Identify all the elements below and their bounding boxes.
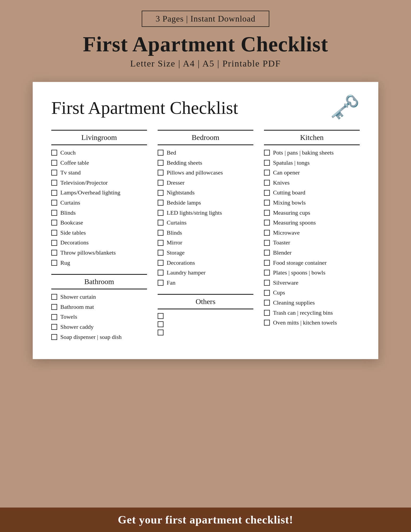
checkbox[interactable] — [51, 324, 57, 330]
list-item: Microwave — [264, 229, 360, 237]
item-label: Cutting board — [273, 189, 305, 197]
list-item: Can opener — [264, 169, 360, 177]
checkbox[interactable] — [264, 150, 270, 156]
paper: First Apartment Checklist 🗝️ Livingroom … — [33, 82, 378, 359]
checkbox[interactable] — [51, 200, 57, 206]
list-item: Lamps/Overhead lighting — [51, 189, 147, 197]
checkbox[interactable] — [158, 150, 163, 156]
kitchen-title: Kitchen — [264, 132, 360, 143]
checkbox[interactable] — [264, 220, 270, 226]
checkbox[interactable] — [51, 180, 57, 186]
checkbox[interactable] — [264, 250, 270, 256]
list-item: Dresser — [158, 179, 253, 187]
item-label: Throw pillows/blankets — [60, 249, 116, 257]
column-3: Kitchen Pots | pans | baking sheets Spat… — [259, 130, 360, 343]
checkbox[interactable] — [264, 270, 270, 276]
checkbox[interactable] — [264, 230, 270, 236]
checkbox[interactable] — [158, 313, 163, 319]
checkbox[interactable] — [264, 190, 270, 196]
list-item: Soap dispenser | soap dish — [51, 333, 147, 341]
others-title: Others — [158, 296, 253, 307]
checkbox[interactable] — [51, 150, 57, 156]
checkbox[interactable] — [158, 280, 163, 286]
list-item: Fan — [158, 279, 253, 287]
checkbox[interactable] — [158, 160, 163, 166]
list-item: Television/Projector — [51, 179, 147, 187]
list-item: Throw pillows/blankets — [51, 249, 147, 257]
item-label: Towels — [60, 313, 77, 321]
checkbox[interactable] — [158, 321, 163, 327]
checkbox[interactable] — [51, 260, 57, 266]
checkbox[interactable] — [51, 294, 57, 300]
checkbox[interactable] — [264, 290, 270, 296]
checkbox[interactable] — [158, 200, 163, 206]
checkbox[interactable] — [264, 310, 270, 316]
checkbox[interactable] — [51, 160, 57, 166]
checkbox[interactable] — [51, 170, 57, 176]
item-label: Shower curtain — [60, 293, 96, 301]
list-item: Blinds — [158, 229, 253, 237]
bathroom-header: Bathroom — [51, 274, 147, 289]
checkbox[interactable] — [158, 330, 163, 335]
item-label: Soap dispenser | soap dish — [60, 333, 122, 341]
checkbox[interactable] — [51, 220, 57, 226]
checkbox[interactable] — [158, 230, 163, 236]
item-label: Decorations — [167, 259, 195, 267]
checkbox[interactable] — [264, 260, 270, 266]
bottom-bar[interactable]: Get your first apartment checklist! — [0, 508, 411, 532]
checkbox[interactable] — [264, 320, 270, 326]
checkbox[interactable] — [51, 240, 57, 246]
checkbox[interactable] — [264, 200, 270, 206]
top-banner: 3 Pages | Instant Download — [142, 11, 269, 27]
item-label: LED lights/string lights — [167, 209, 222, 217]
keys-icon: 🗝️ — [330, 95, 360, 119]
livingroom-divider-bottom — [51, 144, 147, 145]
item-label: Decorations — [60, 239, 89, 247]
list-item: Tv stand — [51, 169, 147, 177]
list-item: Knives — [264, 179, 360, 187]
list-item: Cups — [264, 289, 360, 297]
checkbox[interactable] — [51, 210, 57, 216]
item-label: Plates | spoons | bowls — [273, 269, 325, 277]
list-item: Decorations — [51, 239, 147, 247]
checkbox[interactable] — [158, 240, 163, 246]
checkbox[interactable] — [158, 250, 163, 256]
list-item: Spatulas | tongs — [264, 159, 360, 167]
list-item: Towels — [51, 313, 147, 321]
bottom-bar-text: Get your first apartment checklist! — [118, 514, 293, 526]
checkbox[interactable] — [264, 160, 270, 166]
checkbox[interactable] — [264, 240, 270, 246]
list-item: Laundry hamper — [158, 269, 253, 277]
checkbox[interactable] — [51, 230, 57, 236]
item-label: Laundry hamper — [167, 269, 206, 277]
list-item: Bookcase — [51, 219, 147, 227]
checkbox[interactable] — [51, 334, 57, 340]
checkbox[interactable] — [158, 190, 163, 196]
checkbox[interactable] — [51, 250, 57, 256]
checkbox[interactable] — [264, 170, 270, 176]
item-label: Bed — [167, 149, 176, 157]
checkbox[interactable] — [51, 314, 57, 320]
checkbox[interactable] — [158, 220, 163, 226]
checkbox[interactable] — [158, 210, 163, 216]
item-label: Television/Projector — [60, 179, 108, 187]
checkbox[interactable] — [264, 210, 270, 216]
checkbox[interactable] — [264, 180, 270, 186]
checkbox[interactable] — [158, 170, 163, 176]
paper-header: First Apartment Checklist 🗝️ — [51, 98, 360, 119]
checkbox[interactable] — [158, 270, 163, 276]
checkbox[interactable] — [264, 300, 270, 306]
item-label: Rug — [60, 259, 70, 267]
item-label: Storage — [167, 249, 184, 257]
list-item: Measuring cups — [264, 209, 360, 217]
item-label: Couch — [60, 149, 76, 157]
checkbox[interactable] — [51, 190, 57, 196]
checkbox[interactable] — [158, 180, 163, 186]
list-item — [158, 321, 253, 327]
checkbox[interactable] — [51, 304, 57, 310]
list-item: Blender — [264, 249, 360, 257]
checkbox[interactable] — [158, 260, 163, 266]
item-label: Spatulas | tongs — [273, 159, 310, 167]
checkbox[interactable] — [264, 280, 270, 286]
item-label: Blinds — [167, 229, 182, 237]
